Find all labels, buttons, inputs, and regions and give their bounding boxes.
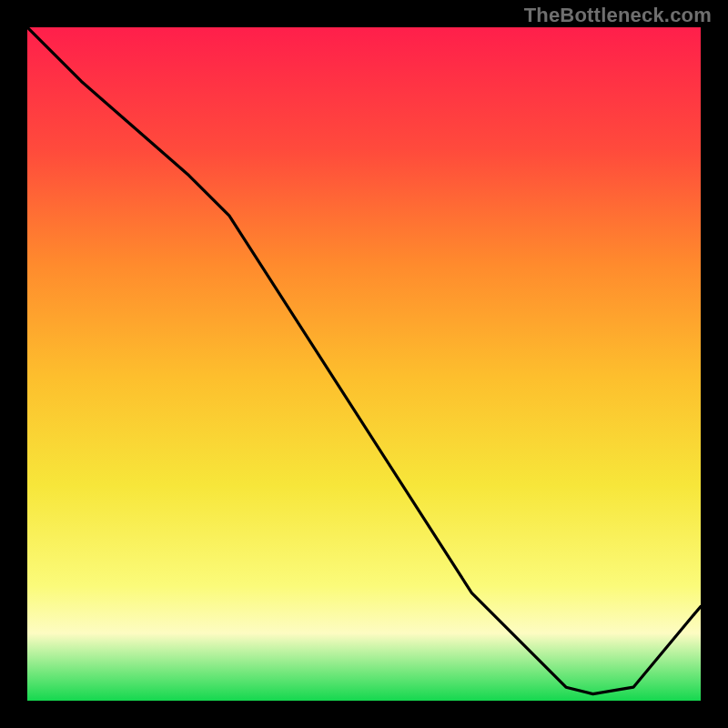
plot-area bbox=[27, 27, 701, 701]
chart-frame: TheBottleneck.com bbox=[0, 0, 728, 728]
bottleneck-curve bbox=[27, 27, 701, 701]
watermark-text: TheBottleneck.com bbox=[524, 4, 712, 27]
